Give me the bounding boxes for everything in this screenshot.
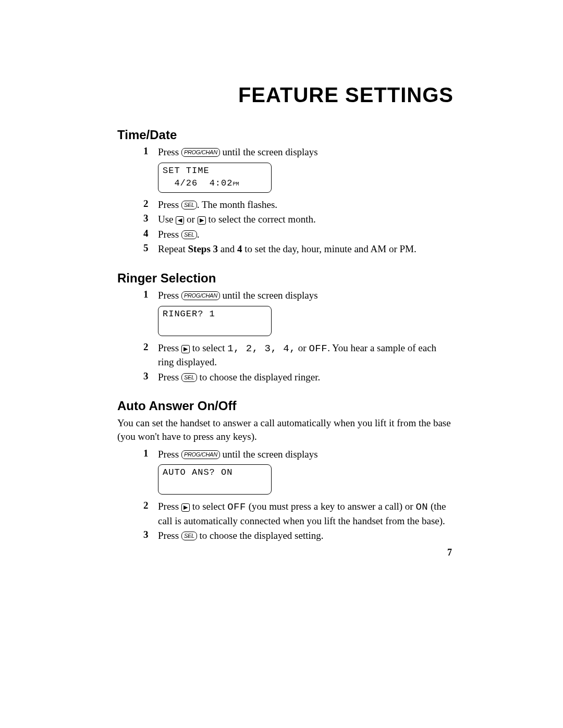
step-text: (you must press a key to answer a call) … bbox=[246, 501, 416, 512]
lcd-inline-text: OFF bbox=[227, 501, 246, 513]
step-number: 5 bbox=[143, 242, 158, 254]
progchan-key-icon: PROG/CHAN bbox=[181, 450, 220, 459]
step-text-bold: 4 bbox=[237, 243, 242, 254]
step-3: 3 Press SEL to choose the displayed ring… bbox=[143, 371, 454, 385]
step-text: until the screen displays bbox=[220, 146, 318, 157]
lcd-text: 4:02 bbox=[210, 178, 233, 188]
lcd-ampm: PM bbox=[232, 181, 239, 187]
step-number: 3 bbox=[143, 529, 158, 540]
step-text: Press bbox=[158, 372, 181, 382]
step-number: 2 bbox=[143, 500, 158, 511]
step-5: 5 Repeat Steps 3 and 4 to set the day, h… bbox=[143, 242, 454, 256]
lcd-display: SET TIME 4/26 4:02PM bbox=[158, 163, 272, 193]
step-text: to select bbox=[190, 501, 227, 512]
step-3: 3 Press SEL to choose the displayed sett… bbox=[143, 529, 454, 543]
lcd-line: AUTO ANS? ON bbox=[163, 467, 267, 478]
steps-auto-answer: 1 Press PROG/CHAN until the screen displ… bbox=[143, 448, 454, 543]
step-text: . bbox=[197, 229, 200, 240]
sel-key-icon: SEL bbox=[181, 532, 197, 540]
steps-time-date: 1 Press PROG/CHAN until the screen displ… bbox=[143, 145, 454, 256]
right-arrow-key-icon: ▶ bbox=[181, 345, 190, 353]
step-number: 2 bbox=[143, 198, 158, 209]
step-number: 3 bbox=[143, 371, 158, 382]
step-text: Press bbox=[158, 449, 181, 460]
right-arrow-key-icon: ▶ bbox=[198, 216, 206, 225]
step-text: Use bbox=[158, 214, 176, 225]
lcd-display: AUTO ANS? ON bbox=[158, 464, 272, 495]
heading-auto-answer: Auto Answer On/Off bbox=[117, 399, 454, 413]
step-1: 1 Press PROG/CHAN until the screen displ… bbox=[143, 289, 454, 340]
page-title: FEATURE SETTINGS bbox=[117, 83, 454, 107]
step-text: or bbox=[296, 342, 309, 353]
progchan-key-icon: PROG/CHAN bbox=[181, 291, 220, 300]
lcd-line: RINGER? 1 bbox=[163, 309, 267, 320]
step-text: or bbox=[184, 214, 197, 225]
step-text: . The month flashes. bbox=[197, 199, 277, 210]
step-text: to choose the displayed ringer. bbox=[197, 372, 320, 382]
step-text: Press bbox=[158, 530, 181, 541]
section-intro: You can set the handset to answer a call… bbox=[117, 416, 454, 443]
right-arrow-key-icon: ▶ bbox=[181, 503, 190, 512]
heading-ringer-selection: Ringer Selection bbox=[117, 271, 454, 286]
step-2: 2 Press SEL. The month flashes. bbox=[143, 198, 454, 212]
step-4: 4 Press SEL. bbox=[143, 228, 454, 242]
steps-ringer: 1 Press PROG/CHAN until the screen displ… bbox=[143, 289, 454, 384]
step-text: Press bbox=[158, 146, 181, 157]
manual-page: FEATURE SETTINGS Time/Date 1 Press PROG/… bbox=[0, 0, 563, 543]
step-text-bold: Steps 3 bbox=[188, 243, 218, 254]
page-number: 7 bbox=[447, 547, 452, 558]
sel-key-icon: SEL bbox=[181, 373, 197, 382]
lcd-display: RINGER? 1 bbox=[158, 306, 272, 336]
sel-key-icon: SEL bbox=[181, 201, 197, 209]
step-text: to choose the displayed setting. bbox=[197, 530, 324, 541]
step-text: to select the correct month. bbox=[206, 214, 316, 225]
left-arrow-key-icon: ◀ bbox=[176, 216, 184, 225]
step-text: and bbox=[218, 243, 237, 254]
step-text: Press bbox=[158, 342, 181, 353]
step-number: 4 bbox=[143, 228, 158, 239]
step-text: Press bbox=[158, 290, 181, 301]
step-2: 2 Press ▶ to select OFF (you must press … bbox=[143, 500, 454, 528]
lcd-inline-text: ON bbox=[415, 501, 428, 513]
progchan-key-icon: PROG/CHAN bbox=[181, 148, 220, 157]
step-number: 3 bbox=[143, 213, 158, 224]
step-number: 2 bbox=[143, 341, 158, 353]
step-2: 2 Press ▶ to select 1, 2, 3, 4, or OFF. … bbox=[143, 341, 454, 369]
step-text: Repeat bbox=[158, 243, 188, 254]
step-text: to set the day, hour, minute and AM or P… bbox=[242, 243, 417, 254]
lcd-inline-text: OFF bbox=[309, 343, 327, 354]
step-number: 1 bbox=[143, 448, 158, 459]
heading-time-date: Time/Date bbox=[117, 128, 454, 142]
step-1: 1 Press PROG/CHAN until the screen displ… bbox=[143, 448, 454, 499]
lcd-line: 4/26 4:02PM bbox=[163, 178, 267, 189]
step-text: to select bbox=[190, 342, 227, 353]
lcd-inline-text: 1, 2, 3, 4, bbox=[227, 343, 296, 354]
step-number: 1 bbox=[143, 289, 158, 300]
sel-key-icon: SEL bbox=[181, 230, 197, 239]
step-text: Press bbox=[158, 501, 181, 512]
step-text: Press bbox=[158, 199, 181, 210]
step-text: Press bbox=[158, 229, 181, 240]
step-text: until the screen displays bbox=[220, 449, 318, 460]
step-1: 1 Press PROG/CHAN until the screen displ… bbox=[143, 145, 454, 197]
step-3: 3 Use ◀ or ▶ to select the correct month… bbox=[143, 213, 454, 227]
step-number: 1 bbox=[143, 145, 158, 157]
step-text: until the screen displays bbox=[220, 290, 318, 301]
lcd-line: SET TIME bbox=[163, 165, 267, 177]
lcd-text: 4/26 bbox=[174, 178, 198, 188]
